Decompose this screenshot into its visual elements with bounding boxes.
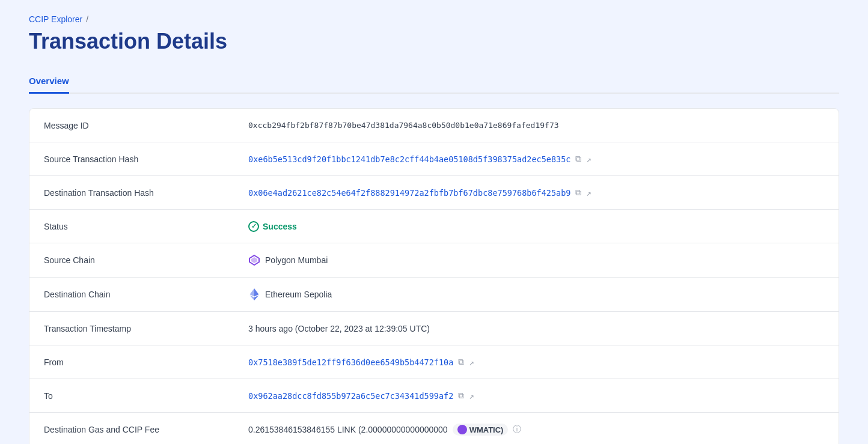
row-source-chain: Source Chain Polygon Mumbai	[29, 243, 839, 278]
copy-from-button[interactable]	[458, 357, 464, 367]
value-from: 0x7518e389f5de12ff9f636d0ee6549b5b4472f1…	[248, 357, 824, 367]
ethereum-icon	[248, 288, 260, 300]
wmatic-badge: WMATIC)	[453, 424, 509, 436]
page-title: Transaction Details	[29, 29, 839, 54]
row-message-id: Message ID 0xccb294fbf2bf87f87b70be47d38…	[29, 109, 839, 142]
label-dest-chain: Destination Chain	[44, 290, 248, 299]
label-status: Status	[44, 222, 248, 231]
value-source-tx-hash: 0xe6b5e513cd9f20f1bbc1241db7e8c2cff44b4a…	[248, 154, 824, 164]
svg-marker-1	[251, 257, 257, 263]
label-dest-tx-hash: Destination Transaction Hash	[44, 188, 248, 198]
external-to-button[interactable]	[469, 391, 474, 401]
value-dest-chain: Ethereum Sepolia	[248, 288, 824, 300]
row-status: Status ✓ Success	[29, 210, 839, 243]
row-to: To 0x962aa28dcc8fd855b972a6c5ec7c34341d5…	[29, 379, 839, 413]
check-circle-icon: ✓	[248, 221, 259, 232]
value-to: 0x962aa28dcc8fd855b972a6c5ec7c34341d599a…	[248, 391, 824, 401]
row-gas-fee: Destination Gas and CCIP Fee 0.261538461…	[29, 413, 839, 444]
copy-source-tx-hash-button[interactable]	[575, 154, 581, 164]
value-timestamp: 3 hours ago (October 22, 2023 at 12:39:0…	[248, 324, 824, 333]
wmatic-dot-icon	[457, 425, 467, 434]
external-from-button[interactable]	[469, 357, 474, 367]
breadcrumb: CCIP Explorer /	[29, 14, 839, 24]
value-dest-tx-hash: 0x06e4ad2621ce82c54e64f2f8882914972a2fbf…	[248, 187, 824, 198]
row-timestamp: Transaction Timestamp 3 hours ago (Octob…	[29, 312, 839, 345]
svg-marker-2	[250, 288, 255, 297]
label-message-id: Message ID	[44, 121, 248, 130]
value-message-id: 0xccb294fbf2bf87f87b70be47d381da7964a8c0…	[248, 121, 824, 130]
page-wrapper: CCIP Explorer / Transaction Details Over…	[0, 0, 868, 444]
svg-marker-3	[254, 288, 259, 297]
tabs-bar: Overview	[29, 68, 839, 94]
external-dest-tx-hash-button[interactable]	[586, 188, 591, 198]
copy-dest-tx-hash-button[interactable]	[575, 187, 581, 198]
row-dest-tx-hash: Destination Transaction Hash 0x06e4ad262…	[29, 176, 839, 210]
status-badge: ✓ Success	[248, 221, 297, 232]
polygon-icon	[248, 254, 260, 266]
external-source-tx-hash-button[interactable]	[586, 154, 591, 164]
tab-overview[interactable]: Overview	[29, 70, 69, 94]
label-gas-fee: Destination Gas and CCIP Fee	[44, 425, 248, 434]
row-dest-chain: Destination Chain Ethereum Sepolia	[29, 278, 839, 312]
label-source-tx-hash: Source Transaction Hash	[44, 154, 248, 164]
label-source-chain: Source Chain	[44, 255, 248, 265]
value-status: ✓ Success	[248, 221, 824, 232]
breadcrumb-parent-link[interactable]: CCIP Explorer	[29, 14, 82, 24]
value-source-chain: Polygon Mumbai	[248, 254, 824, 266]
label-from: From	[44, 357, 248, 367]
details-card: Message ID 0xccb294fbf2bf87f87b70be47d38…	[29, 108, 839, 444]
row-source-tx-hash: Source Transaction Hash 0xe6b5e513cd9f20…	[29, 142, 839, 176]
fee-info-icon[interactable]: ⓘ	[513, 424, 521, 435]
breadcrumb-separator: /	[86, 14, 88, 24]
copy-to-button[interactable]	[458, 391, 464, 401]
label-to: To	[44, 391, 248, 401]
label-timestamp: Transaction Timestamp	[44, 324, 248, 333]
value-gas-fee: 0.26153846153846155 LINK (2.000000000000…	[248, 424, 824, 436]
row-from: From 0x7518e389f5de12ff9f636d0ee6549b5b4…	[29, 345, 839, 379]
